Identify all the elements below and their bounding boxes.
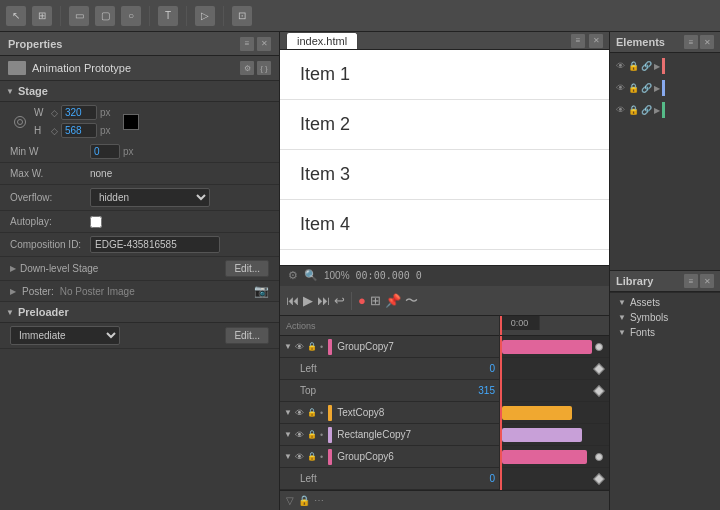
tl-lock-all-icon[interactable]: 🔒 xyxy=(298,495,310,506)
preview-tool[interactable]: ▷ xyxy=(195,6,215,26)
lib-assets-row[interactable]: ▼ Assets xyxy=(614,295,716,310)
tl-lock-textcopy8[interactable]: 🔒 xyxy=(307,408,317,417)
preloader-triangle: ▼ xyxy=(6,308,14,317)
preloader-edit-button[interactable]: Edit... xyxy=(225,327,269,344)
preloader-type-select[interactable]: Immediate xyxy=(10,326,120,345)
el-vis-3[interactable]: 👁 xyxy=(614,104,626,116)
el-lock-2[interactable]: 🔒 xyxy=(627,82,639,94)
color-swatch[interactable] xyxy=(123,114,139,130)
el-link-1[interactable]: 🔗 xyxy=(640,60,652,72)
rect-tool[interactable]: ▭ xyxy=(69,6,89,26)
preview-window: Item 1 Item 2 Item 3 Item 4 Item 5 xyxy=(280,50,609,264)
tl-header-right: 0:00 xyxy=(500,316,609,336)
tl-lock-rectcopy7[interactable]: 🔒 xyxy=(307,430,317,439)
elements-close-icon[interactable]: ✕ xyxy=(700,35,714,49)
top-toolbar: ↖ ⊞ ▭ ▢ ○ T ▷ ⊡ xyxy=(0,0,720,32)
layout-tool[interactable]: ⊡ xyxy=(232,6,252,26)
library-items: ▼ Assets ▼ Symbols ▼ Fonts xyxy=(610,292,720,342)
tl-play-icon[interactable]: ▶ xyxy=(303,293,313,308)
tl-val-left2[interactable]: 0 xyxy=(489,473,495,484)
el-color-2 xyxy=(662,80,665,96)
tl-vis-groupcopy7[interactable]: 👁 xyxy=(295,342,304,352)
tab-close-icon[interactable]: ✕ xyxy=(589,34,603,48)
lib-symbols-row[interactable]: ▼ Symbols xyxy=(614,310,716,325)
comp-code-icon[interactable]: { } xyxy=(257,61,271,75)
camera-icon[interactable]: 📷 xyxy=(254,284,269,298)
lib-fonts-row[interactable]: ▼ Fonts xyxy=(614,325,716,340)
min-w-input[interactable] xyxy=(90,144,120,159)
stage-section-header[interactable]: ▼ Stage xyxy=(0,81,279,102)
height-unit: px xyxy=(100,125,111,136)
el-link-2[interactable]: 🔗 xyxy=(640,82,652,94)
rounded-rect-tool[interactable]: ▢ xyxy=(95,6,115,26)
panel-close-icon[interactable]: ✕ xyxy=(257,37,271,51)
preloader-section-header[interactable]: ▼ Preloader xyxy=(0,302,279,323)
composition-name: Animation Prototype xyxy=(32,62,240,74)
tl-lock-groupcopy7[interactable]: 🔒 xyxy=(307,342,317,351)
tl-keyframe-top[interactable] xyxy=(593,385,604,396)
el-lock-3[interactable]: 🔒 xyxy=(627,104,639,116)
comp-id-input[interactable] xyxy=(90,236,220,253)
width-input[interactable] xyxy=(61,105,97,120)
list-item-4: Item 4 xyxy=(280,200,609,250)
tl-undo-icon[interactable]: ↩ xyxy=(334,293,345,308)
el-expand-1[interactable]: ▶ xyxy=(654,62,660,71)
text-tool[interactable]: T xyxy=(158,6,178,26)
tl-expand-groupcopy6[interactable]: ▼ xyxy=(284,452,292,461)
height-input[interactable] xyxy=(61,123,97,138)
downlevel-edit-button[interactable]: Edit... xyxy=(225,260,269,277)
overflow-select[interactable]: hidden xyxy=(90,188,210,207)
timeline-content: Actions ▼ 👁 🔒 • GroupCopy7 Left 0 xyxy=(280,316,609,490)
settings-icon[interactable]: ⚙ xyxy=(288,269,298,282)
el-expand-3[interactable]: ▶ xyxy=(654,106,660,115)
tl-rewind-icon[interactable]: ⏮ xyxy=(286,293,299,308)
comp-settings-icon[interactable]: ⚙ xyxy=(240,61,254,75)
panel-menu-icon[interactable]: ≡ xyxy=(240,37,254,51)
tl-keyframe-left[interactable] xyxy=(593,363,604,374)
tl-name-rectcopy7: RectangleCopy7 xyxy=(337,429,411,440)
max-w-row: Max W. none xyxy=(0,163,279,185)
tl-vis-textcopy8[interactable]: 👁 xyxy=(295,408,304,418)
lib-assets-triangle: ▼ xyxy=(618,298,626,307)
tl-keyframe-groupcopy6[interactable] xyxy=(595,453,603,461)
tl-expand-rectcopy7[interactable]: ▼ xyxy=(284,430,292,439)
tl-lock-groupcopy6[interactable]: 🔒 xyxy=(307,452,317,461)
elements-menu-icon[interactable]: ≡ xyxy=(684,35,698,49)
el-expand-2[interactable]: ▶ xyxy=(654,84,660,93)
zoom-icon[interactable]: 🔍 xyxy=(304,269,318,282)
tl-val-left[interactable]: 0 xyxy=(489,363,495,374)
tl-layer-rectcopy7: ▼ 👁 🔒 • RectangleCopy7 xyxy=(280,424,499,446)
el-vis-2[interactable]: 👁 xyxy=(614,82,626,94)
timeline-playhead[interactable] xyxy=(500,316,502,335)
tl-expand-groupcopy7[interactable]: ▼ xyxy=(284,342,292,351)
tl-expand-textcopy8[interactable]: ▼ xyxy=(284,408,292,417)
oval-tool[interactable]: ○ xyxy=(121,6,141,26)
lib-fonts-label: Fonts xyxy=(630,327,655,338)
timeline-area: ⏮ ▶ ⏭ ↩ ● ⊞ 📌 〜 Actions ▼ xyxy=(280,286,609,510)
tl-record-icon[interactable]: ● xyxy=(358,293,366,308)
tl-filter-icon[interactable]: ▽ xyxy=(286,495,294,506)
max-w-value: none xyxy=(90,168,112,179)
index-html-tab[interactable]: index.html xyxy=(286,32,358,49)
tl-color-textcopy8 xyxy=(328,405,332,421)
tl-forward-icon[interactable]: ⏭ xyxy=(317,293,330,308)
tl-curve-icon[interactable]: 〜 xyxy=(405,292,418,310)
library-close-icon[interactable]: ✕ xyxy=(700,274,714,288)
tl-expand-all-icon[interactable]: ⋯ xyxy=(314,495,324,506)
tab-menu-icon[interactable]: ≡ xyxy=(571,34,585,48)
tl-sub-left-groupcopy6: Left 0 xyxy=(280,468,499,490)
el-lock-1[interactable]: 🔒 xyxy=(627,60,639,72)
tl-pin-icon[interactable]: 📌 xyxy=(385,293,401,308)
tl-vis-groupcopy6[interactable]: 👁 xyxy=(295,452,304,462)
grid-tool[interactable]: ⊞ xyxy=(32,6,52,26)
tl-vis-rectcopy7[interactable]: 👁 xyxy=(295,430,304,440)
arrow-tool[interactable]: ↖ xyxy=(6,6,26,26)
tl-snap-icon[interactable]: ⊞ xyxy=(370,293,381,308)
autoplay-checkbox[interactable] xyxy=(90,216,102,228)
tl-keyframe-groupcopy7[interactable] xyxy=(595,343,603,351)
tl-keyframe-left2[interactable] xyxy=(593,473,604,484)
library-menu-icon[interactable]: ≡ xyxy=(684,274,698,288)
el-link-3[interactable]: 🔗 xyxy=(640,104,652,116)
tl-val-top[interactable]: 315 xyxy=(478,385,495,396)
el-vis-1[interactable]: 👁 xyxy=(614,60,626,72)
